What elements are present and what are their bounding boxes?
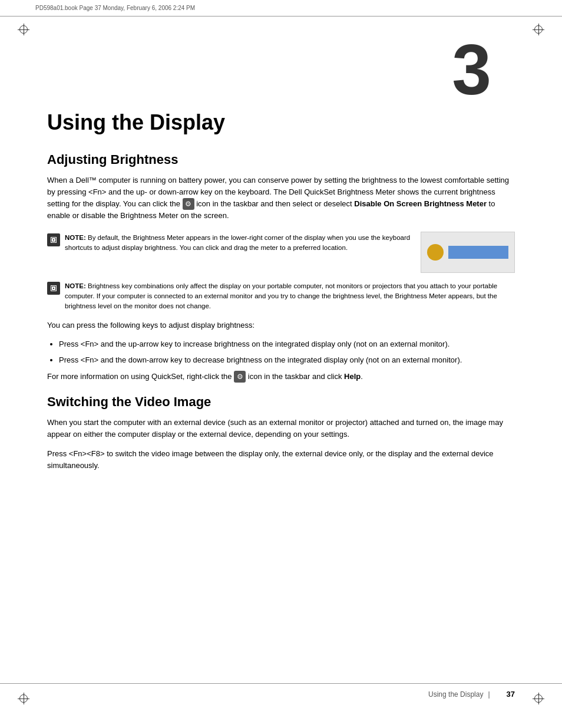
note-1-text: NOTE: By default, the Brightness Meter a… <box>65 233 411 253</box>
note-2-label: NOTE: <box>65 282 86 289</box>
main-content: 3 Using the Display Adjusting Brightness… <box>0 17 562 514</box>
brightness-bullets: Press <Fn> and the up-arrow key to incre… <box>59 338 515 365</box>
note-1-icon <box>47 233 60 246</box>
more-info-text: For more information on using QuickSet, … <box>47 371 515 383</box>
note-2-box: NOTE: Brightness key combinations only a… <box>47 278 515 315</box>
sun-icon <box>427 244 444 261</box>
section-heading-brightness: Adjusting Brightness <box>47 152 515 167</box>
note-1-box: NOTE: By default, the Brightness Meter a… <box>47 229 411 257</box>
brightness-bar <box>448 246 508 259</box>
can-press-text: You can press the following keys to adju… <box>47 319 515 331</box>
page: PD598a01.book Page 37 Monday, February 6… <box>0 0 562 728</box>
header-text: PD598a01.book Page 37 Monday, February 6… <box>35 5 195 11</box>
note-1-container: NOTE: By default, the Brightness Meter a… <box>47 229 515 273</box>
note-2-icon <box>47 282 60 295</box>
video-para-2: Press <Fn><F8> to switch the video image… <box>47 448 515 472</box>
page-footer: Using the Display | 37 <box>0 683 562 699</box>
footer-separator: | <box>488 690 490 699</box>
header-bar: PD598a01.book Page 37 Monday, February 6… <box>0 0 562 17</box>
pencil-icon-2 <box>49 284 58 292</box>
quickset-icon-inline <box>183 198 194 210</box>
note-2-text: NOTE: Brightness key combinations only a… <box>65 281 515 312</box>
note-2-container: NOTE: Brightness key combinations only a… <box>47 278 515 315</box>
crosshair-bottom-left <box>18 693 29 704</box>
footer-label: Using the Display <box>428 690 483 699</box>
pencil-icon <box>49 236 58 244</box>
crosshair-bottom-right <box>533 693 544 704</box>
quickset-icon-inline-2 <box>234 371 246 383</box>
section-heading-video: Switching the Video Image <box>47 394 515 410</box>
page-title: Using the Display <box>47 111 515 134</box>
bullet-item-1: Press <Fn> and the up-arrow key to incre… <box>59 338 515 350</box>
brightness-meter-image <box>421 232 515 273</box>
note-1-label: NOTE: <box>65 234 86 241</box>
chapter-number: 3 <box>47 34 515 105</box>
video-para-1: When you start the computer with an exte… <box>47 417 515 440</box>
bullet-item-2: Press <Fn> and the down-arrow key to dec… <box>59 354 515 366</box>
footer-page-number: 37 <box>507 690 515 699</box>
crosshair-top-left <box>18 24 29 35</box>
brightness-intro-text: When a Dell™ computer is running on batt… <box>47 174 515 222</box>
crosshair-top-right <box>533 24 544 35</box>
